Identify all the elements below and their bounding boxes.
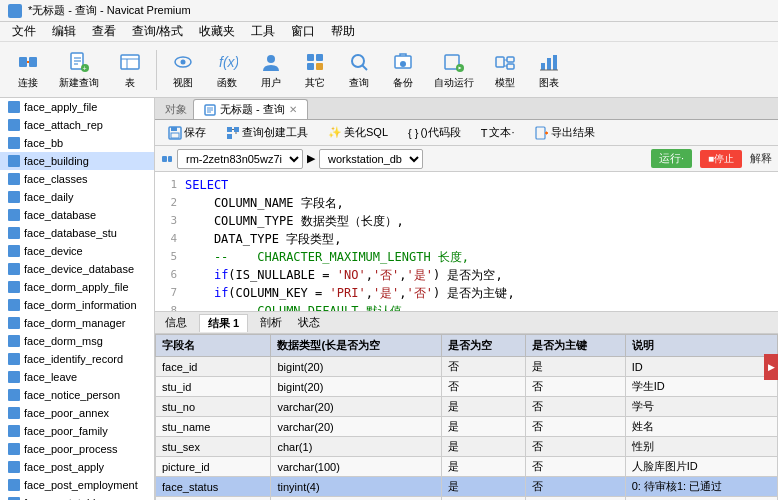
function-button[interactable]: f(x) 函数 (207, 46, 247, 94)
table-icon (8, 461, 20, 473)
sidebar-item-face-device[interactable]: face_device (0, 242, 154, 260)
tab-close-button[interactable]: ✕ (289, 104, 297, 115)
new-query-button[interactable]: + 新建查询 (52, 46, 106, 94)
menu-view[interactable]: 查看 (84, 21, 124, 42)
sidebar-item-face-dorm-information[interactable]: face_dorm_information (0, 296, 154, 314)
user-button[interactable]: 用户 (251, 46, 291, 94)
database-select[interactable]: workstation_db (319, 149, 423, 169)
cut-tab[interactable]: 剖析 (256, 314, 286, 331)
model-button[interactable]: 模型 (485, 46, 525, 94)
table-row[interactable]: stu_no varchar(20) 是 否 学号 (156, 397, 778, 417)
sidebar-item-face-classes[interactable]: face_classes (0, 170, 154, 188)
menu-tools[interactable]: 工具 (243, 21, 283, 42)
sidebar-item-face-apply-file[interactable]: face_apply_file (0, 98, 154, 116)
menu-favorites[interactable]: 收藏夹 (191, 21, 243, 42)
right-decoration-tab[interactable]: ▶ (764, 354, 778, 380)
sidebar-item-face-database-stu[interactable]: face_database_stu (0, 224, 154, 242)
sidebar-item-face-dorm-apply-file[interactable]: face_dorm_apply_file (0, 278, 154, 296)
table-row[interactable]: stu_id bigint(20) 否 否 学生ID (156, 377, 778, 397)
cell-primary: 是 (525, 357, 625, 377)
auto-run-label: 自动运行 (434, 76, 474, 90)
sidebar-item-face-poor-process[interactable]: face_poor_process (0, 440, 154, 458)
cell-field: picture_id (156, 457, 271, 477)
sql-line-8: 8 -- COLUMN_DEFAULT 默认值, (155, 302, 778, 312)
view-button[interactable]: 视图 (163, 46, 203, 94)
connect-button[interactable]: 连接 (8, 46, 48, 94)
stop-button[interactable]: ■停止 (700, 150, 742, 168)
sidebar-item-face-poor-family[interactable]: face_poor_family (0, 422, 154, 440)
cell-nullable: 是 (441, 497, 525, 501)
table-row[interactable]: picture_id varchar(100) 是 否 人脸库图片ID (156, 457, 778, 477)
svg-rect-49 (536, 127, 545, 139)
query-tab[interactable]: 无标题 - 查询 ✕ (193, 99, 308, 119)
table-icon (8, 263, 20, 275)
sidebar-item-face-post-table[interactable]: face_post_table (0, 494, 154, 500)
auto-run-button[interactable]: 自动运行 (427, 46, 481, 94)
explain-label: 解释 (750, 151, 772, 166)
sidebar-item-face-post-apply[interactable]: face_post_apply (0, 458, 154, 476)
table-row[interactable]: audit_opinion varchar(255) 是 否 审核意见 (156, 497, 778, 501)
chart-button[interactable]: 图表 (529, 46, 569, 94)
query-toolbar: 保存 查询创建工具 ✨ 美化SQL { } ()代码段 T 文本· 导出结果 (155, 120, 778, 146)
table-icon (8, 227, 20, 239)
cell-type: tinyint(4) (271, 477, 441, 497)
sidebar-item-face-leave[interactable]: face_leave (0, 368, 154, 386)
table-row[interactable]: stu_name varchar(20) 是 否 姓名 (156, 417, 778, 437)
sidebar-item-face-attach-rep[interactable]: face_attach_rep (0, 116, 154, 134)
cell-field: audit_opinion (156, 497, 271, 501)
run-button[interactable]: 运行· (651, 149, 692, 168)
status-tab[interactable]: 状态 (294, 314, 324, 331)
table-row[interactable]: stu_sex char(1) 是 否 性别 (156, 437, 778, 457)
menu-window[interactable]: 窗口 (283, 21, 323, 42)
svg-rect-45 (234, 127, 239, 132)
code-snippet-button[interactable]: { } ()代码段 (401, 122, 468, 143)
menu-help[interactable]: 帮助 (323, 21, 363, 42)
table-row[interactable]: face_id bigint(20) 否 是 ID (156, 357, 778, 377)
menu-file[interactable]: 文件 (4, 21, 44, 42)
sidebar-item-face-building[interactable]: face_building (0, 152, 154, 170)
export-results-button[interactable]: 导出结果 (528, 122, 602, 143)
cell-primary: 否 (525, 497, 625, 501)
beautify-sql-button[interactable]: ✨ 美化SQL (321, 122, 395, 143)
query-button[interactable]: 查询 (339, 46, 379, 94)
other-button[interactable]: 其它 (295, 46, 335, 94)
sidebar-item-face-device-database[interactable]: face_device_database (0, 260, 154, 278)
table-icon (8, 425, 20, 437)
sidebar-item-face-dorm-msg[interactable]: face_dorm_msg (0, 332, 154, 350)
sidebar-item-face-database[interactable]: face_database (0, 206, 154, 224)
sql-line-2: 2 COLUMN_NAME 字段名, (155, 194, 778, 212)
sql-editor[interactable]: 1 SELECT 2 COLUMN_NAME 字段名, 3 COLUMN_TYP… (155, 172, 778, 312)
sidebar-item-face-dorm-manager[interactable]: face_dorm_manager (0, 314, 154, 332)
cell-field: stu_id (156, 377, 271, 397)
sidebar-item-face-poor-annex[interactable]: face_poor_annex (0, 404, 154, 422)
result-area: 信息 结果 1 剖析 状态 字段名 数据类型(长是否为空 是否为空 是否为主键 … (155, 312, 778, 500)
cell-nullable: 是 (441, 477, 525, 497)
sidebar-item-face-notice-person[interactable]: face_notice_person (0, 386, 154, 404)
table-icon (8, 173, 20, 185)
svg-rect-53 (168, 156, 172, 162)
cell-type: varchar(20) (271, 417, 441, 437)
backup-button[interactable]: 备份 (383, 46, 423, 94)
sidebar-item-face-bb[interactable]: face_bb (0, 134, 154, 152)
info-tab[interactable]: 信息 (161, 314, 191, 331)
svg-text:f(x): f(x) (219, 54, 238, 70)
menu-bar: 文件 编辑 查看 查询/格式 收藏夹 工具 窗口 帮助 (0, 22, 778, 42)
content-area: 对象 无标题 - 查询 ✕ 保存 查询创建工具 ✨ 美化SQL { } (155, 98, 778, 500)
query-builder-button[interactable]: 查询创建工具 (219, 122, 315, 143)
sidebar-item-face-daily[interactable]: face_daily (0, 188, 154, 206)
sql-line-4: 4 DATA_TYPE 字段类型, (155, 230, 778, 248)
svg-rect-20 (316, 63, 323, 70)
cell-primary: 否 (525, 397, 625, 417)
table-button[interactable]: 表 (110, 46, 150, 94)
table-row[interactable]: face_status tinyint(4) 是 否 0: 待审核1: 已通过 (156, 477, 778, 497)
connection-select[interactable]: rm-2zetn83n05wz7i (177, 149, 303, 169)
cell-nullable: 是 (441, 457, 525, 477)
save-button[interactable]: 保存 (161, 122, 213, 143)
menu-edit[interactable]: 编辑 (44, 21, 84, 42)
result1-tab[interactable]: 结果 1 (199, 314, 248, 332)
sidebar-item-face-identify-record[interactable]: face_identify_record (0, 350, 154, 368)
menu-query-format[interactable]: 查询/格式 (124, 21, 191, 42)
svg-rect-35 (553, 55, 557, 70)
sidebar-item-face-post-employment[interactable]: face_post_employment (0, 476, 154, 494)
text-button[interactable]: T 文本· (474, 122, 522, 143)
